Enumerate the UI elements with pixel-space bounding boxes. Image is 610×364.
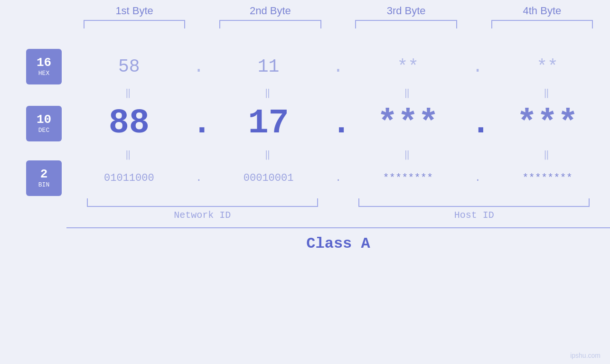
bin-dot2: .	[331, 172, 346, 184]
bracket-row	[0, 20, 610, 28]
dec-row: 88 . 17 . *** . ***	[66, 100, 610, 147]
class-row: Class A	[0, 227, 610, 252]
hex-b3: **	[346, 56, 471, 77]
hex-dot2: .	[331, 56, 346, 77]
bracket3	[338, 20, 474, 28]
eq1-c2: ‖	[206, 87, 331, 99]
class-label: Class A	[66, 235, 610, 252]
dec-dot2: .	[331, 104, 346, 143]
hex-dot3: .	[470, 56, 485, 77]
eq-row2: ‖ ‖ ‖ ‖	[66, 147, 610, 161]
rows-area: 58 . 11 . ** . **	[66, 47, 610, 195]
class-bracket-line	[66, 227, 610, 228]
byte1-label: 1st Byte	[66, 5, 202, 20]
dec-badge: 10 DEC	[26, 106, 62, 141]
eq-spacer2	[26, 147, 66, 161]
dec-badge-label: DEC	[38, 127, 49, 134]
eq2-c2: ‖	[206, 149, 331, 160]
eq-row1: ‖ ‖ ‖ ‖	[66, 85, 610, 100]
bracket4-inner	[491, 20, 593, 28]
footer-site: ipshu.com	[570, 352, 601, 359]
bin-row: 01011000 . 00010001 . ******** .	[66, 161, 610, 195]
byte3-label: 3rd Byte	[338, 5, 474, 20]
bin-b1: 01011000	[66, 172, 192, 184]
hex-b2: 11	[206, 56, 331, 77]
eq1-c1: ‖	[66, 87, 192, 99]
network-id-bracket-inner	[87, 198, 318, 207]
bin-dot1: .	[192, 172, 206, 184]
hex-badge: 16 HEX	[26, 49, 62, 84]
id-labels-row: Network ID Host ID	[0, 210, 610, 221]
hex-row: 58 . 11 . ** . **	[66, 47, 610, 85]
hex-badge-label: HEX	[38, 70, 49, 77]
byte-labels-row: 1st Byte 2nd Byte 3rd Byte 4th Byte	[0, 5, 610, 20]
eq2-c4: ‖	[485, 149, 610, 160]
eq-spacer1	[26, 85, 66, 100]
bottom-bracket-area	[0, 198, 610, 207]
network-id-bracket	[66, 198, 338, 207]
dec-badge-wrapper: 10 DEC	[26, 100, 66, 147]
dec-dot3: .	[470, 104, 485, 143]
bracket3-inner	[355, 20, 457, 28]
bin-badge-wrapper: 2 BIN	[26, 161, 66, 195]
bracket1-inner	[84, 20, 186, 28]
dec-b4: ***	[485, 104, 610, 143]
bracket1	[66, 20, 202, 28]
bracket2	[202, 20, 338, 28]
host-id-label: Host ID	[338, 210, 610, 221]
bottom-brackets	[66, 198, 610, 207]
bin-badge-label: BIN	[38, 181, 49, 188]
content-area: 16 HEX 10 DEC 2 BIN	[0, 47, 610, 195]
host-id-bracket	[338, 198, 610, 207]
hex-b1: 58	[66, 56, 192, 77]
dec-b3: ***	[346, 104, 471, 143]
network-id-label: Network ID	[66, 210, 338, 221]
dec-dot1: .	[192, 104, 206, 143]
hex-b4: **	[485, 56, 610, 77]
bin-badge-number: 2	[40, 168, 48, 181]
eq2-c1: ‖	[66, 149, 192, 160]
main-container: 1st Byte 2nd Byte 3rd Byte 4th Byte 16 H…	[0, 0, 610, 364]
hex-dot1: .	[192, 56, 206, 77]
eq2-c3: ‖	[346, 149, 471, 160]
host-id-bracket-inner	[358, 198, 590, 207]
hex-badge-wrapper: 16 HEX	[26, 47, 66, 85]
dec-b2: 17	[206, 104, 331, 143]
bracket4	[474, 20, 610, 28]
bin-b4: ********	[485, 172, 610, 184]
dec-badge-number: 10	[37, 113, 51, 127]
eq1-c4: ‖	[485, 87, 610, 99]
hex-badge-number: 16	[37, 56, 51, 70]
bin-b3: ********	[346, 172, 471, 184]
badge-column: 16 HEX 10 DEC 2 BIN	[5, 47, 66, 195]
bin-badge: 2 BIN	[26, 160, 62, 196]
byte4-label: 4th Byte	[474, 5, 610, 20]
bin-dot3: .	[470, 172, 485, 184]
bracket2-inner	[219, 20, 321, 28]
footer: ipshu.com	[570, 352, 601, 359]
byte2-label: 2nd Byte	[202, 5, 338, 20]
eq1-c3: ‖	[346, 87, 471, 99]
dec-b1: 88	[66, 104, 192, 143]
bin-b2: 00010001	[206, 172, 331, 184]
